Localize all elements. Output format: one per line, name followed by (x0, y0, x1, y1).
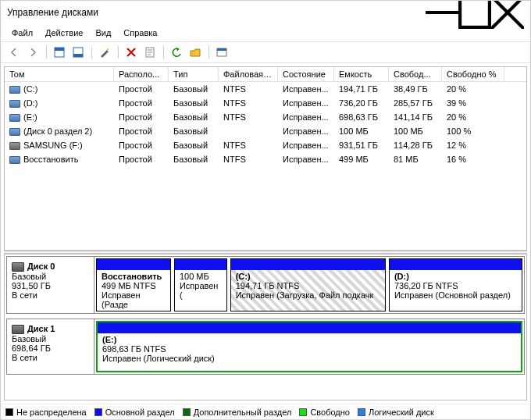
settings-icon[interactable] (213, 44, 230, 61)
cell-type: Базовый (169, 84, 219, 94)
wizard-icon[interactable] (96, 44, 113, 61)
partition-body: (E:)698,63 ГБ NTFSИсправен (Логический д… (98, 333, 521, 371)
titlebar: Управление дисками (1, 1, 530, 24)
partition-header-bar (231, 259, 385, 270)
disk-header[interactable]: Диск 0Базовый931,50 ГБВ сети (7, 257, 94, 313)
cell-type: Базовый (169, 126, 219, 137)
cell-capacity: 736,20 ГБ (334, 98, 389, 109)
partition-header-bar (390, 259, 522, 270)
cell-layout: Простой (114, 84, 169, 94)
cell-fs: NTFS (219, 112, 278, 123)
col-free[interactable]: Свобод... (389, 67, 442, 81)
cell-capacity: 698,63 ГБ (334, 112, 389, 123)
table-row[interactable]: (E:)ПростойБазовыйNTFSИсправен...698,63 … (5, 110, 526, 124)
col-layout[interactable]: Располо... (114, 67, 169, 81)
cell-free: 114,28 ГБ (389, 140, 442, 151)
col-status[interactable]: Состояние (278, 67, 334, 81)
legend-logical: Логический диск (358, 408, 434, 417)
legend-free: Свободно (299, 408, 350, 417)
menu-action[interactable]: Действие (39, 27, 89, 39)
toolbar-sep (43, 44, 49, 61)
partition[interactable]: 100 МБИсправен ( (174, 258, 227, 311)
cell-type: Базовый (169, 154, 219, 165)
undo-icon[interactable] (168, 44, 185, 61)
col-type[interactable]: Тип (169, 67, 219, 81)
cell-type: Базовый (169, 112, 219, 123)
delete-icon[interactable] (123, 44, 140, 61)
disk-partitions: (E:)698,63 ГБ NTFSИсправен (Логический д… (94, 319, 524, 374)
cell-free: 38,49 ГБ (389, 84, 442, 94)
cell-status: Исправен... (278, 84, 334, 94)
cell-layout: Простой (114, 126, 169, 137)
disk-header[interactable]: Диск 1Базовый698,64 ГБВ сети (7, 319, 94, 374)
cell-status: Исправен... (278, 154, 334, 165)
cell-status: Исправен... (278, 112, 334, 123)
col-volume[interactable]: Том (5, 67, 114, 81)
cell-freepc: 12 % (442, 140, 504, 151)
cell-fs: NTFS (219, 154, 278, 165)
forward-icon[interactable] (24, 44, 41, 61)
menu-file[interactable]: Файл (5, 27, 39, 39)
volume-icon (9, 156, 20, 164)
legend-unallocated: Не распределена (5, 408, 87, 417)
cell-fs: NTFS (219, 98, 278, 109)
view-bottom-icon[interactable] (69, 44, 87, 61)
svg-rect-4 (73, 54, 83, 57)
col-free-pct[interactable]: Свободно % (442, 67, 504, 81)
cell-volume: (E:) (5, 112, 114, 123)
toolbar-sep (160, 44, 166, 61)
toolbar-sep (88, 44, 94, 61)
menu-view[interactable]: Вид (89, 27, 117, 39)
cell-volume: (Диск 0 раздел 2) (5, 126, 114, 137)
cell-layout: Простой (114, 140, 169, 151)
partition-header-bar (97, 259, 170, 270)
partition[interactable]: (C:)194,71 ГБ NTFSИсправен (Загрузка, Фа… (230, 258, 386, 311)
table-row[interactable]: (Диск 0 раздел 2)ПростойБазовыйИсправен.… (5, 124, 526, 138)
cell-capacity: 100 МБ (334, 126, 389, 137)
cell-volume: (C:) (5, 84, 114, 94)
back-icon[interactable] (5, 44, 23, 61)
legend: Не распределена Основной раздел Дополнит… (1, 404, 530, 419)
cell-status: Исправен... (278, 140, 334, 151)
toolbar-sep (205, 44, 212, 61)
cell-layout: Простой (114, 98, 169, 109)
cell-fs (219, 130, 278, 132)
cell-fs: NTFS (219, 84, 278, 94)
close-button[interactable] (491, 1, 524, 24)
menu-help[interactable]: Справка (117, 27, 163, 39)
svg-rect-2 (55, 48, 64, 51)
volume-icon (9, 142, 20, 150)
col-capacity[interactable]: Емкость (334, 67, 389, 81)
explore-icon[interactable] (187, 44, 204, 61)
col-filesystem[interactable]: Файловая с... (219, 67, 278, 81)
svg-rect-0 (460, 0, 490, 27)
table-row[interactable]: ВосстановитьПростойБазовыйNTFSИсправен..… (5, 152, 526, 166)
volume-icon (9, 86, 20, 94)
disk-partitions: Восстановить499 МБ NTFSИсправен (Разде10… (94, 257, 524, 313)
partition[interactable]: (E:)698,63 ГБ NTFSИсправен (Логический д… (96, 321, 522, 372)
partition-body: (D:)736,20 ГБ NTFSИсправен (Основной раз… (390, 270, 522, 311)
partition-header-bar (98, 322, 521, 333)
cell-free: 141,14 ГБ (389, 112, 442, 123)
toolbar-sep (115, 44, 121, 61)
partition[interactable]: Восстановить499 МБ NTFSИсправен (Разде (96, 258, 171, 311)
minimize-button[interactable] (426, 1, 458, 24)
table-row[interactable]: SAMSUNG (F:)ПростойБазовыйNTFSИсправен..… (5, 138, 526, 152)
cell-status: Исправен... (278, 98, 334, 109)
cell-capacity: 931,51 ГБ (334, 140, 389, 151)
column-headers: Том Располо... Тип Файловая с... Состоян… (5, 67, 526, 82)
cell-freepc: 100 % (442, 126, 504, 137)
cell-volume: Восстановить (5, 154, 114, 165)
cell-capacity: 499 МБ (334, 154, 389, 165)
disk-icon (12, 325, 24, 334)
table-row[interactable]: (D:)ПростойБазовыйNTFSИсправен...736,20 … (5, 96, 526, 110)
menubar: Файл Действие Вид Справка (1, 24, 530, 41)
maximize-button[interactable] (458, 1, 491, 24)
disk-row: Диск 0Базовый931,50 ГБВ сетиВосстановить… (6, 256, 525, 314)
partition-header-bar (175, 259, 226, 270)
partition[interactable]: (D:)736,20 ГБ NTFSИсправен (Основной раз… (389, 258, 522, 311)
view-top-icon[interactable] (51, 44, 68, 61)
svg-point-5 (107, 48, 109, 50)
table-row[interactable]: (C:)ПростойБазовыйNTFSИсправен...194,71 … (5, 82, 526, 96)
properties-icon[interactable] (141, 44, 159, 61)
